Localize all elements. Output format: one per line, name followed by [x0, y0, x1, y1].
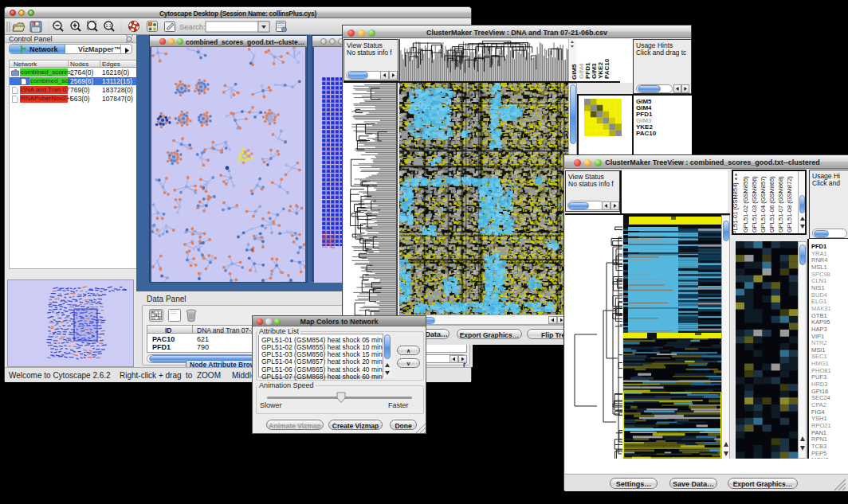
svg-text:1:1: 1:1 — [106, 23, 112, 28]
svg-text:Search:: Search: — [179, 22, 206, 31]
